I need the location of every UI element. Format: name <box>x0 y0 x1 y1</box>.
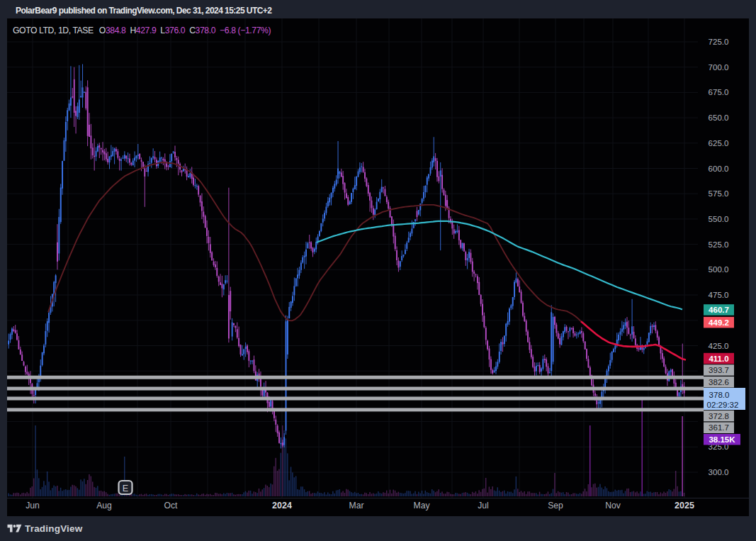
svg-text:625.0: 625.0 <box>709 139 729 147</box>
svg-text:475.0: 475.0 <box>709 291 729 299</box>
svg-text:May: May <box>413 501 430 511</box>
svg-text:393.7: 393.7 <box>709 366 729 374</box>
svg-text:575.0: 575.0 <box>709 189 729 198</box>
svg-text:425.0: 425.0 <box>709 342 729 350</box>
svg-text:500.0: 500.0 <box>709 265 729 274</box>
svg-text:411.0: 411.0 <box>709 355 728 363</box>
svg-text:GOTO LTD, 1D, TASEO384.8H427.9: GOTO LTD, 1D, TASEO384.8H427.9L376.0C378… <box>13 26 271 35</box>
svg-text:02:29:32: 02:29:32 <box>707 401 739 409</box>
svg-text:525.0: 525.0 <box>709 240 729 249</box>
svg-text:2024: 2024 <box>272 501 292 511</box>
svg-text:600.0: 600.0 <box>709 164 729 173</box>
svg-text:Aug: Aug <box>96 501 112 511</box>
svg-text:300.0: 300.0 <box>709 468 729 476</box>
svg-text:2025: 2025 <box>675 501 694 511</box>
svg-text:E: E <box>123 484 128 493</box>
svg-text:550.0: 550.0 <box>709 215 729 223</box>
svg-text:Nov: Nov <box>605 501 621 511</box>
svg-text:38.15K: 38.15K <box>709 435 735 444</box>
svg-text:378.0: 378.0 <box>709 391 730 399</box>
svg-text:449.2: 449.2 <box>709 318 729 327</box>
svg-text:460.7: 460.7 <box>709 306 729 314</box>
svg-text:372.8: 372.8 <box>709 412 729 420</box>
svg-text:382.6: 382.6 <box>709 378 729 386</box>
svg-text:700.0: 700.0 <box>709 63 729 72</box>
svg-text:725.0: 725.0 <box>709 38 729 46</box>
svg-text:675.0: 675.0 <box>709 88 729 96</box>
svg-text:Sep: Sep <box>548 501 563 511</box>
svg-text:Mar: Mar <box>349 501 364 511</box>
svg-text:Jun: Jun <box>26 501 40 511</box>
svg-text:650.0: 650.0 <box>709 113 729 122</box>
svg-text:361.7: 361.7 <box>709 423 729 432</box>
svg-text:Jul: Jul <box>478 501 489 511</box>
svg-text:Oct: Oct <box>164 501 179 511</box>
